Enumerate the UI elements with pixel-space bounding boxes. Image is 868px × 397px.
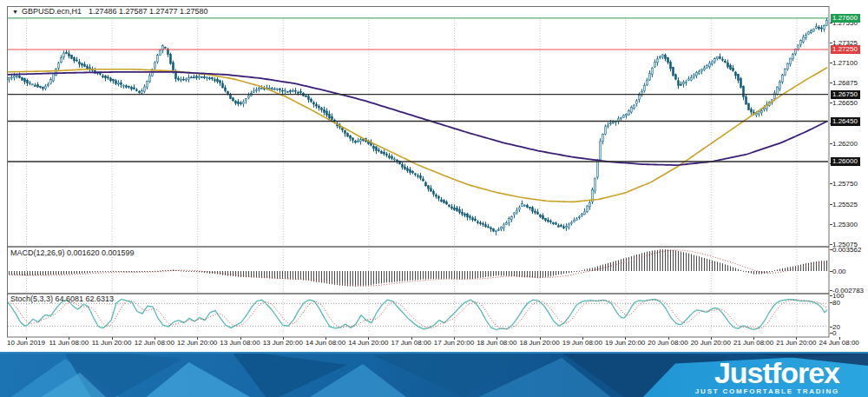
price-level-badge: 1.26750 bbox=[831, 90, 860, 99]
macd-scale-label: 0.003562 bbox=[832, 246, 861, 254]
price-tick-label: 1.26875 bbox=[832, 79, 858, 87]
price-tick-label: 1.26200 bbox=[832, 140, 858, 148]
stoch-values: 64.6081 62.6313 bbox=[56, 294, 115, 303]
ohlc-readout: 1.27486 1.27587 1.27477 1.27580 bbox=[89, 7, 208, 16]
stoch-scale-label: 0 bbox=[832, 329, 836, 337]
symbol-dropdown-icon[interactable]: ▼ bbox=[12, 9, 18, 15]
justforex-logo[interactable]: Justforex JUST COMFORTABLE TRADING bbox=[695, 359, 839, 395]
price-tick-label: 1.26650 bbox=[832, 99, 858, 107]
macd-indicator-label: MACD(12,26,9) 0.001620 0.001599 bbox=[10, 248, 135, 257]
chart-window: ▼GBPUSD.ecn,H11.27486 1.27587 1.27477 1.… bbox=[0, 0, 868, 352]
macd-name: MACD(12,26,9) bbox=[10, 248, 65, 257]
price-level-badge: 1.26450 bbox=[831, 117, 860, 126]
price-level-badge: 1.27600 bbox=[831, 14, 860, 23]
price-chart-canvas[interactable] bbox=[7, 6, 830, 338]
price-tick-label: 1.25300 bbox=[832, 221, 858, 228]
price-tick-label: 1.25750 bbox=[832, 180, 858, 188]
stoch-indicator-label: Stoch(5,3,3) 64.6081 62.6313 bbox=[10, 294, 114, 303]
price-level-badge: 1.26000 bbox=[831, 157, 860, 166]
brand-footer: Justforex JUST COMFORTABLE TRADING bbox=[0, 352, 868, 397]
stoch-name: Stoch(5,3,3) bbox=[10, 294, 53, 303]
macd-scale-label: 0.00 bbox=[832, 268, 846, 275]
trading-chart-page: ▼GBPUSD.ecn,H11.27486 1.27587 1.27477 1.… bbox=[0, 0, 868, 397]
stoch-scale-label: 80 bbox=[832, 299, 840, 307]
macd-values: 0.001620 0.001599 bbox=[67, 248, 135, 257]
price-tick-label: 1.27100 bbox=[832, 59, 858, 67]
price-level-badge: 1.27250 bbox=[831, 45, 860, 54]
time-tick-label: 24 Jun 08:00 bbox=[809, 339, 868, 347]
chart-titlebar: ▼GBPUSD.ecn,H11.27486 1.27587 1.27477 1.… bbox=[12, 7, 208, 16]
justforex-wordmark: Justforex bbox=[695, 359, 839, 387]
price-tick-label: 1.25525 bbox=[832, 201, 858, 208]
symbol-period-label: GBPUSD.ecn,H1 bbox=[22, 7, 82, 16]
justforex-tagline: JUST COMFORTABLE TRADING bbox=[695, 387, 839, 395]
